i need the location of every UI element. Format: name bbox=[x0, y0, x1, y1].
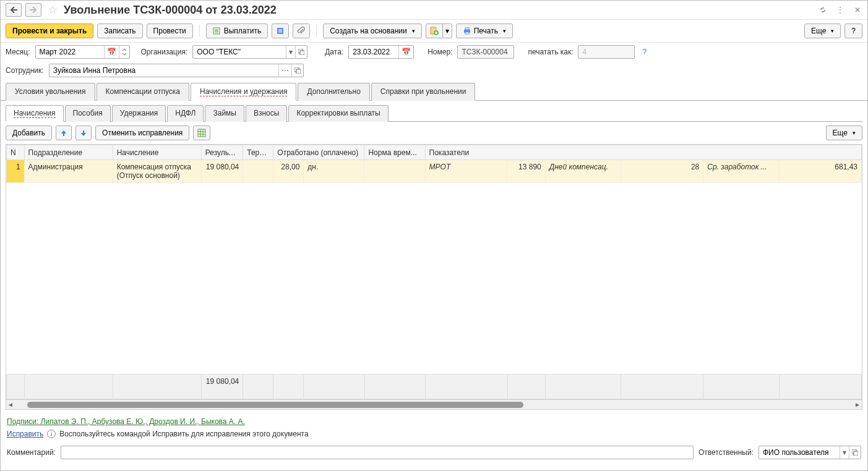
create-based-button[interactable]: Создать на основании bbox=[323, 23, 422, 38]
employee-label: Сотрудник: bbox=[6, 66, 44, 75]
cell-n: 1 bbox=[7, 160, 25, 183]
subtab-accruals[interactable]: Начисления bbox=[6, 105, 64, 122]
favorite-star-icon[interactable]: ☆ bbox=[48, 3, 58, 17]
accruals-table[interactable]: N Подразделение Начисление Результат Тер… bbox=[6, 145, 862, 183]
org-dropdown-icon[interactable]: ▾ bbox=[286, 46, 295, 58]
add-row-button[interactable]: Добавить bbox=[6, 125, 52, 140]
date-input-wrap: 📅 bbox=[348, 45, 414, 59]
tab-conditions[interactable]: Условия увольнения bbox=[6, 83, 95, 101]
cell-ind2-label: Дней компенсац. bbox=[545, 160, 621, 183]
date-input[interactable] bbox=[349, 46, 398, 57]
col-n[interactable]: N bbox=[7, 145, 25, 160]
cell-norm bbox=[364, 160, 425, 183]
move-up-button[interactable] bbox=[56, 125, 72, 140]
responsible-input[interactable] bbox=[759, 447, 840, 458]
svg-rect-27 bbox=[854, 451, 858, 456]
scrollbar-thumb[interactable] bbox=[27, 402, 523, 408]
month-stepper-icon[interactable] bbox=[119, 46, 129, 58]
sub-more-button[interactable]: Еще bbox=[826, 125, 862, 140]
svg-rect-20 bbox=[296, 69, 301, 74]
responsible-input-wrap: ▾ bbox=[758, 446, 861, 459]
list-view-button[interactable] bbox=[272, 23, 289, 38]
arrow-down-icon bbox=[80, 129, 87, 137]
sub-tabs: Начисления Пособия Удержания НДФЛ Займы … bbox=[6, 104, 862, 122]
special-action-button[interactable] bbox=[426, 23, 442, 38]
subtab-deductions[interactable]: Удержания bbox=[112, 105, 166, 122]
pay-button[interactable]: Выплатить bbox=[206, 23, 269, 38]
subtab-benefits[interactable]: Пособия bbox=[65, 105, 111, 122]
paperclip-icon bbox=[297, 27, 306, 35]
help-button[interactable]: ? bbox=[844, 23, 862, 38]
col-division[interactable]: Подразделение bbox=[24, 145, 113, 160]
more-button[interactable]: Еще bbox=[804, 23, 841, 38]
cancel-corrections-button[interactable]: Отменить исправления bbox=[95, 125, 189, 140]
print-button-label: Печать bbox=[474, 27, 498, 35]
nav-forward-button[interactable] bbox=[25, 3, 41, 17]
col-norm[interactable]: Норма врем... bbox=[364, 145, 425, 160]
nav-back-button[interactable] bbox=[6, 3, 22, 17]
tab-additional[interactable]: Дополнительно bbox=[298, 83, 369, 101]
subtab-ndfl[interactable]: НДФЛ bbox=[167, 105, 204, 122]
scroll-left-icon[interactable]: ◄ bbox=[6, 401, 15, 408]
tab-certificates[interactable]: Справки при увольнении bbox=[371, 83, 476, 101]
month-label: Месяц: bbox=[6, 48, 30, 56]
col-indicators[interactable]: Показатели bbox=[425, 145, 861, 160]
cell-accrual: Компенсация отпуска (Отпуск основной) bbox=[113, 160, 201, 183]
month-input[interactable] bbox=[36, 46, 104, 57]
move-down-button[interactable] bbox=[75, 125, 92, 140]
col-result[interactable]: Результат bbox=[201, 145, 243, 160]
month-calendar-icon[interactable]: 📅 bbox=[104, 46, 119, 58]
col-worked[interactable]: Отработано (оплачено) bbox=[273, 145, 364, 160]
print-button[interactable]: Печать bbox=[456, 23, 513, 38]
special-action-dropdown[interactable]: ▾ bbox=[442, 23, 452, 38]
org-input[interactable] bbox=[193, 46, 286, 57]
scroll-right-icon[interactable]: ► bbox=[853, 401, 862, 408]
cell-terr bbox=[243, 160, 273, 183]
table-row[interactable]: 1 Администрация Компенсация отпуска (Отп… bbox=[7, 160, 862, 183]
comment-input[interactable] bbox=[61, 447, 693, 458]
responsible-open-icon[interactable] bbox=[849, 446, 861, 459]
cell-ind1-val: 13 890 bbox=[507, 160, 545, 183]
table-settings-button[interactable] bbox=[193, 125, 210, 140]
svg-rect-15 bbox=[465, 28, 469, 30]
employee-select-icon[interactable]: ⋯ bbox=[278, 64, 291, 77]
comment-label: Комментарий: bbox=[7, 448, 56, 457]
cell-ind3-label: Ср. заработок ... bbox=[703, 160, 780, 183]
subtab-loans[interactable]: Займы bbox=[205, 105, 244, 122]
footer-total: 19 080,04 bbox=[201, 375, 243, 399]
save-button[interactable]: Записать bbox=[97, 23, 142, 38]
month-input-wrap: 📅 bbox=[35, 45, 130, 59]
attach-button[interactable] bbox=[293, 23, 310, 38]
employee-input-wrap: ⋯ bbox=[49, 64, 304, 77]
document-icon bbox=[213, 27, 221, 35]
info-icon: i bbox=[47, 430, 56, 438]
col-accrual[interactable]: Начисление bbox=[113, 145, 201, 160]
post-button[interactable]: Провести bbox=[147, 23, 193, 38]
employee-input[interactable] bbox=[49, 65, 278, 76]
date-calendar-icon[interactable]: 📅 bbox=[398, 46, 413, 58]
tab-accruals-deductions[interactable]: Начисления и удержания bbox=[191, 83, 296, 101]
print-as-input bbox=[578, 46, 634, 57]
signatures-link[interactable]: Подписи: Липатов Э. П., Арбузова Е. Ю., … bbox=[7, 417, 245, 426]
horizontal-scrollbar[interactable]: ◄ ► bbox=[6, 399, 862, 409]
svg-rect-16 bbox=[465, 32, 469, 34]
doc-plus-icon bbox=[430, 27, 439, 35]
col-terr[interactable]: Терр... bbox=[243, 145, 273, 160]
cell-division: Администрация bbox=[24, 160, 113, 183]
employee-open-icon[interactable] bbox=[291, 64, 303, 77]
more-vertical-icon[interactable]: ⋮ bbox=[835, 5, 845, 15]
comment-input-wrap bbox=[61, 446, 694, 459]
link-icon[interactable] bbox=[818, 5, 828, 15]
fix-link[interactable]: Исправить bbox=[7, 430, 43, 438]
subtab-payment-corrections[interactable]: Корректировки выплаты bbox=[288, 105, 388, 122]
org-open-icon[interactable] bbox=[295, 46, 307, 58]
close-icon[interactable]: ✕ bbox=[853, 5, 862, 15]
tab-vacation-comp[interactable]: Компенсации отпуска bbox=[97, 83, 189, 101]
post-and-close-button[interactable]: Провести и закрыть bbox=[6, 23, 93, 38]
cell-worked-val: 28,00 bbox=[273, 160, 304, 183]
svg-rect-18 bbox=[300, 51, 304, 55]
help-question-icon[interactable]: ? bbox=[642, 48, 647, 56]
main-tabs: Условия увольнения Компенсации отпуска Н… bbox=[1, 82, 867, 101]
responsible-dropdown-icon[interactable]: ▾ bbox=[840, 446, 849, 459]
subtab-contributions[interactable]: Взносы bbox=[246, 105, 287, 122]
